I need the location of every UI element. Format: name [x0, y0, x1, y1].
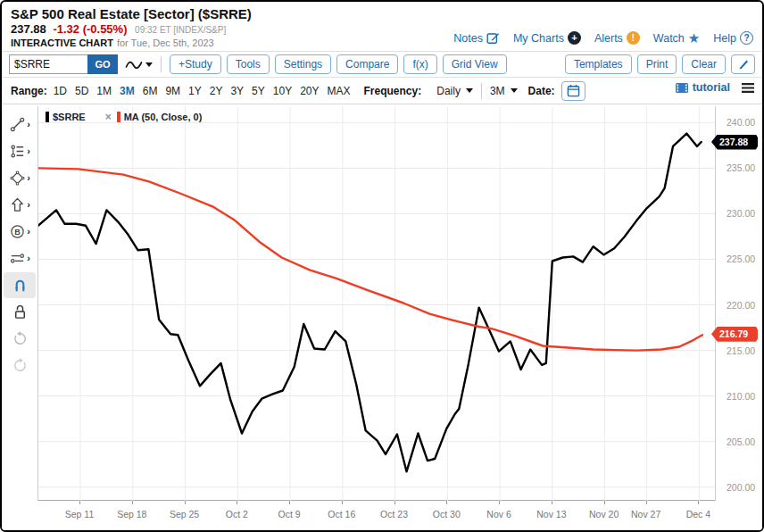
price-chart-svg — [38, 106, 715, 501]
y-axis-tick-label: 210.00 — [727, 391, 755, 402]
range-10y[interactable]: 10Y — [273, 85, 292, 97]
shapes-tool[interactable]: › — [4, 165, 36, 191]
symbol-entry: GO — [9, 54, 118, 74]
price-line-series — [38, 134, 702, 472]
text-annotation-tool[interactable]: B › — [4, 219, 36, 245]
date-label: Date: — [528, 85, 555, 97]
alerts-link[interactable]: Alerts ! — [594, 31, 640, 45]
y-axis-labels: 237.88 216.79 240.00235.00230.00225.0022… — [717, 106, 764, 501]
chevron-right-icon: › — [27, 227, 30, 237]
settings-button[interactable]: Settings — [275, 54, 331, 74]
chevron-right-icon: › — [27, 254, 30, 263]
chart-style-dropdown[interactable] — [125, 59, 153, 71]
x-axis-tick-label: Nov 20 — [589, 509, 619, 520]
arrow-annotation-tool[interactable]: › — [4, 192, 36, 218]
x-axis-labels: Sep 11Sep 18Sep 25Oct 2Oct 9Oct 16Oct 23… — [37, 501, 717, 528]
x-axis-tick-label: Sep 18 — [117, 509, 146, 520]
x-axis-tick — [237, 501, 237, 504]
range-5y[interactable]: 5Y — [252, 85, 265, 97]
chart-main: › › › › B › › — [2, 104, 762, 530]
range-max[interactable]: MAX — [328, 85, 351, 97]
x-axis-tick — [79, 501, 80, 504]
x-axis-tick-label: Nov 27 — [631, 509, 660, 520]
price-plot[interactable]: $SRRE × MA (50, Close, 0) — [37, 106, 716, 501]
x-axis-tick-label: Nov 13 — [536, 509, 566, 520]
magnet-icon — [12, 277, 29, 294]
range-3m-selected[interactable]: 3M — [120, 85, 135, 97]
templates-button[interactable]: Templates — [565, 54, 632, 74]
toolbar: GO +Study Tools Settings Compare f(x) Gr… — [2, 52, 762, 78]
x-axis-tick — [698, 501, 699, 504]
range-1d[interactable]: 1D — [54, 85, 67, 97]
last-price-tag: 237.88 — [711, 135, 758, 150]
notes-link[interactable]: Notes — [453, 31, 500, 45]
trendline-tool[interactable]: › — [4, 112, 36, 137]
x-axis-tick-label: Oct 9 — [278, 509, 300, 520]
notes-edit-icon — [486, 31, 500, 45]
chevron-right-icon: › — [27, 146, 30, 156]
chart-legend: $SRRE × MA (50, Close, 0) — [46, 111, 202, 123]
x-axis-tick-label: Oct 23 — [380, 509, 408, 520]
chevron-down-icon — [511, 88, 518, 93]
x-axis-tick — [185, 501, 186, 504]
help-link[interactable]: Help ? — [713, 31, 753, 45]
levels-tool[interactable]: › — [4, 245, 36, 271]
compare-button[interactable]: Compare — [336, 54, 398, 74]
plus-circle-icon: + — [568, 31, 581, 45]
menu-hamburger-icon[interactable] — [741, 82, 755, 94]
period-dropdown[interactable]: 3M — [490, 85, 518, 97]
lock-annotations-toggle[interactable] — [4, 299, 36, 325]
shapes-tool-icon — [9, 170, 26, 187]
grid-view-button[interactable]: Grid View — [443, 54, 507, 74]
range-20y[interactable]: 20Y — [300, 85, 319, 97]
alert-circle-icon: ! — [627, 31, 640, 45]
tutorial-group: tutorial — [676, 81, 755, 94]
x-axis-tick-label: Dec 4 — [686, 509, 710, 520]
svg-text:B: B — [14, 228, 21, 237]
chevron-right-icon: › — [27, 173, 30, 183]
y-axis-tick-label: 225.00 — [727, 254, 755, 264]
quote-timestamp: 09:32 ET [INDEX/S&P] — [135, 25, 226, 35]
symbol-input[interactable] — [9, 54, 87, 74]
ma-price-tag: 216.79 — [711, 327, 758, 342]
go-button[interactable]: GO — [87, 54, 118, 74]
range-3y[interactable]: 3Y — [230, 85, 244, 97]
remove-overlay-icon[interactable]: × — [105, 111, 112, 123]
my-charts-link[interactable]: My Charts + — [513, 31, 581, 45]
redo-button[interactable] — [4, 353, 36, 378]
fibonacci-tool-icon — [9, 143, 26, 160]
range-2y[interactable]: 2Y — [210, 85, 223, 97]
undo-button[interactable] — [4, 326, 36, 352]
symbol-swatch — [46, 112, 49, 122]
x-axis-tick — [646, 501, 647, 504]
y-axis-tick-label: 205.00 — [727, 436, 755, 447]
print-button[interactable]: Print — [637, 54, 677, 74]
y-axis-tick-label: 220.00 — [727, 300, 755, 311]
add-study-button[interactable]: +Study — [170, 54, 221, 74]
chart-type-label: INTERACTIVE CHART — [11, 37, 113, 48]
ma-swatch — [117, 112, 120, 122]
chevron-right-icon: › — [27, 200, 30, 210]
range-9m[interactable]: 9M — [165, 85, 180, 97]
x-axis-tick-label: Oct 2 — [226, 509, 248, 520]
watch-link[interactable]: Watch ★ — [653, 31, 700, 45]
range-1m[interactable]: 1M — [96, 85, 112, 97]
fx-button[interactable]: f(x) — [403, 54, 436, 74]
pencil-icon — [737, 58, 750, 71]
chevron-down-icon — [466, 88, 473, 93]
y-axis-tick-label: 240.00 — [727, 117, 755, 128]
tools-button[interactable]: Tools — [227, 54, 270, 74]
legend-ma: × MA (50, Close, 0) — [105, 111, 203, 123]
tutorial-link[interactable]: tutorial — [693, 81, 730, 94]
undo-icon — [12, 330, 29, 347]
date-picker-button[interactable] — [561, 81, 585, 101]
fibonacci-tool[interactable]: › — [4, 138, 36, 164]
annotate-button[interactable] — [731, 54, 755, 74]
range-6m[interactable]: 6M — [143, 85, 158, 97]
clear-button[interactable]: Clear — [682, 54, 726, 74]
range-1y[interactable]: 1Y — [188, 85, 202, 97]
frequency-dropdown[interactable]: Daily — [436, 85, 473, 97]
magnet-mode-toggle[interactable] — [4, 272, 36, 298]
legend-symbol: $SRRE — [46, 112, 86, 122]
range-5d[interactable]: 5D — [75, 85, 88, 97]
